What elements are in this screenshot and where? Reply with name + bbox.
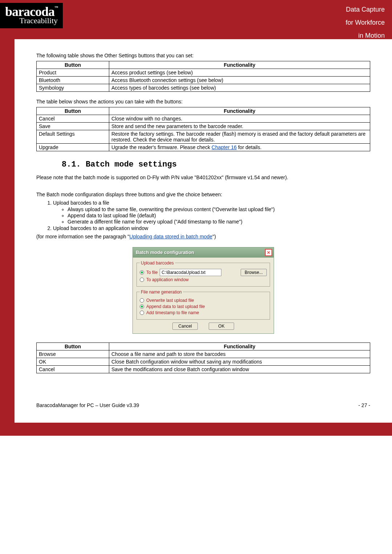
radio-label: Append data to last upload file: [146, 304, 205, 309]
logo: baracoda™ Traceability: [0, 3, 63, 28]
file-name-generation-group: File name generation Overwrite last uplo…: [136, 290, 270, 320]
table-row: Symbology Access types of barcodes setti…: [37, 84, 370, 92]
section-heading: 8.1. Batch mode settings: [62, 160, 370, 169]
table-row: Save Store and send the new parameters t…: [37, 123, 370, 130]
cell: OK: [37, 358, 109, 365]
tagline-line2: for Workforce: [346, 16, 385, 29]
batch-mode-dialog: Batch mode configuration × Upload barcod…: [132, 247, 274, 334]
radio-append[interactable]: [140, 304, 144, 309]
options-list: Upload barcodes to a file Always upload …: [53, 200, 370, 231]
cell: Close window with no changes.: [109, 115, 370, 123]
table-header: Functionality: [109, 107, 370, 115]
intro-text-1: The following table shows the Other Sett…: [36, 52, 370, 59]
file-path-field[interactable]: C:\BaracodaUpload.txt: [160, 269, 221, 276]
table-actions: Button Functionality Cancel Close window…: [36, 107, 370, 151]
browse-button[interactable]: Browse...: [241, 269, 267, 276]
table-row: Cancel Save the modifications and close …: [37, 365, 370, 373]
radio-label: To file: [146, 270, 158, 275]
cell: Access Bluetooth connection settings (se…: [109, 77, 370, 84]
cell: Save the modifications and close Batch c…: [109, 365, 370, 373]
list-item: Append data to last upload file (default…: [68, 213, 370, 218]
uploading-data-link[interactable]: Uploading data stored in batch mode: [129, 234, 212, 239]
radio-timestamp[interactable]: [140, 311, 144, 315]
logo-text: baracoda: [5, 4, 54, 19]
dialog-title: Batch mode configuration: [136, 250, 194, 255]
dialog-button-row: Cancel OK: [136, 323, 270, 330]
radio-label: Overwrite last upload file: [146, 298, 194, 303]
table-row: Default Settings Restore the factory set…: [37, 130, 370, 144]
table-other-settings: Button Functionality Product Access prod…: [36, 61, 370, 92]
footer-left: BaracodaManager for PC – User Guide v3.3…: [36, 402, 139, 408]
radio-to-file[interactable]: [140, 270, 144, 275]
page-header: baracoda™ Traceability Data Capture for …: [0, 0, 392, 39]
table-batch-buttons: Button Functionality Browse Choose a fil…: [36, 342, 370, 373]
list-item: Generate a different file name for every…: [68, 219, 370, 225]
cell: Cancel: [37, 365, 109, 373]
table-row: OK Close Batch configuration window with…: [37, 358, 370, 365]
upload-barcodes-group: Upload barcodes To file C:\BaracodaUploa…: [136, 260, 270, 287]
note-paragraph: Please note that the batch mode is suppo…: [36, 174, 370, 181]
footer-right: - 27 -: [358, 402, 370, 408]
logo-line1: baracoda™: [5, 5, 58, 18]
cell: Upgrade: [37, 144, 109, 151]
group-legend: File name generation: [140, 290, 183, 295]
text: "): [212, 234, 216, 239]
dialog-container: Batch mode configuration × Upload barcod…: [36, 247, 370, 334]
bottom-bar: [0, 423, 392, 436]
cell: Ugrade the reader's firmware. Please che…: [109, 144, 370, 151]
cell: Close Batch configuration window without…: [109, 358, 370, 365]
cell: Cancel: [37, 115, 109, 123]
radio-row-toapp: To application window: [140, 277, 267, 282]
page-body: The following table shows the Other Sett…: [0, 39, 392, 423]
cell: Store and send the new parameters to the…: [109, 123, 370, 130]
chapter-16-link[interactable]: Chapter 16: [212, 144, 237, 150]
table-row: Upgrade Ugrade the reader's firmware. Pl…: [37, 144, 370, 151]
close-icon[interactable]: ×: [265, 249, 272, 256]
cell: Symbology: [37, 84, 109, 92]
list-item: Always upload to the same file, overwrit…: [68, 206, 370, 212]
radio-row-overwrite: Overwrite last upload file: [140, 298, 267, 303]
cell: Product: [37, 69, 109, 77]
table-row: Bluetooth Access Bluetooth connection se…: [37, 77, 370, 84]
text: for details.: [237, 144, 261, 150]
table-row: Product Access product settings (see bel…: [37, 69, 370, 77]
config-intro: The Batch mode configuration displays th…: [36, 191, 370, 198]
table-header: Functionality: [109, 61, 370, 69]
radio-label: Add timestamp to file name: [146, 310, 199, 315]
cancel-button[interactable]: Cancel: [172, 323, 198, 330]
cell: Choose a file name and path to store the…: [109, 350, 370, 358]
table-header: Functionality: [109, 342, 370, 350]
left-stripe: [0, 39, 15, 423]
tagline: Data Capture for Workforce in Motion: [346, 2, 385, 42]
cell: Restore the factory settings. The barcod…: [109, 130, 370, 144]
radio-label: To application window: [146, 277, 189, 282]
cell: Bluetooth: [37, 77, 109, 84]
cell: Browse: [37, 350, 109, 358]
radio-to-app-window[interactable]: [140, 278, 144, 282]
content: The following table shows the Other Sett…: [15, 39, 392, 423]
cell: Save: [37, 123, 109, 130]
dialog-body: Upload barcodes To file C:\BaracodaUploa…: [133, 258, 274, 333]
radio-row-append: Append data to last upload file: [140, 304, 267, 309]
table-row: Browse Choose a file name and path to st…: [37, 350, 370, 358]
table-header: Button: [37, 107, 109, 115]
radio-row-tofile: To file C:\BaracodaUpload.txt Browse...: [140, 269, 267, 276]
sub-list: Always upload to the same file, overwrit…: [68, 206, 370, 225]
radio-row-timestamp: Add timestamp to file name: [140, 310, 267, 315]
ok-button[interactable]: OK: [209, 323, 234, 330]
cell: Default Settings: [37, 130, 109, 144]
table-header: Button: [37, 342, 109, 350]
table-row: Cancel Close window with no changes.: [37, 115, 370, 123]
list-text: Upload barcodes to a file: [53, 200, 109, 206]
cell: Access types of barcodes settings (see b…: [109, 84, 370, 92]
list-item: Upload barcodes to an application window: [53, 225, 370, 231]
logo-tm: ™: [54, 5, 58, 9]
text: (for more information see the paragraph …: [36, 234, 129, 239]
cell: Access product settings (see below): [109, 69, 370, 77]
text: Ugrade the reader's firmware. Please che…: [111, 144, 212, 150]
radio-overwrite[interactable]: [140, 298, 144, 303]
dialog-titlebar: Batch mode configuration ×: [133, 247, 274, 258]
table-header: Button: [37, 61, 109, 69]
tagline-line1: Data Capture: [346, 3, 385, 16]
group-legend: Upload barcodes: [140, 260, 175, 266]
